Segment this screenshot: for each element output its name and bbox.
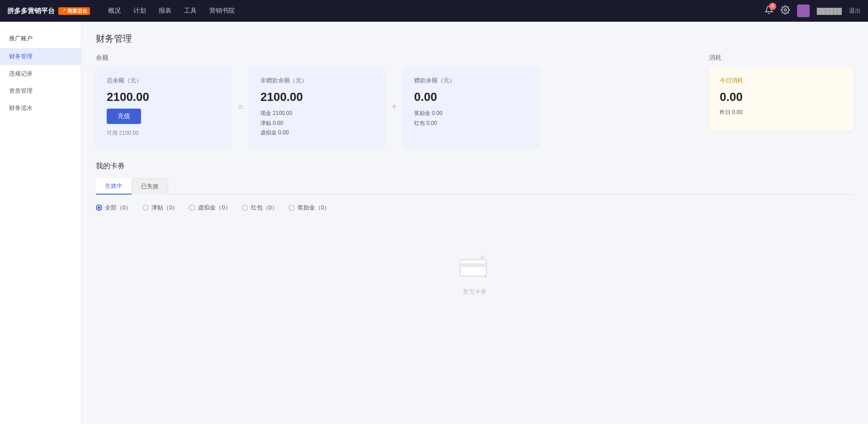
brand: 拼多多营销平台 ↗ 商家后台: [7, 7, 90, 15]
total-balance-amount: 2100.00: [107, 90, 221, 104]
sidebar: 推广账户 财务管理 违规记录 资质管理 财务流水: [0, 22, 81, 424]
empty-state: + + 暂无卡券: [96, 226, 854, 323]
cards-filter-group: 全部（0） 津贴（0） 虚拟金（0） 红包（0） 奖励金（0）: [96, 204, 854, 212]
tab-active-cards[interactable]: 生效中: [96, 178, 132, 195]
today-consumption-title: 今日消耗: [720, 76, 843, 85]
sidebar-item-finance-label: 财务管理: [9, 52, 33, 61]
sidebar-item-qualification[interactable]: 资质管理: [0, 82, 81, 100]
filter-bonus-label: 奖励金（0）: [297, 204, 330, 212]
gift-sub: 奖励金 0.00 红包 0.00: [414, 109, 528, 128]
merchant-tag-button[interactable]: ↗ 商家后台: [58, 7, 90, 15]
sidebar-section-title: 推广账户: [0, 31, 81, 48]
brand-name: 拼多多营销平台: [7, 7, 55, 15]
balance-consumption-row: 余额 总余额（元） 2100.00 充值 可用 2100.00 =: [96, 54, 854, 147]
page-title: 财务管理: [96, 33, 854, 45]
svg-rect-3: [460, 263, 486, 267]
today-consumption-amount: 0.00: [720, 90, 843, 104]
topnav-menu: 概况 计划 报表 工具 营销书院: [108, 5, 754, 17]
sidebar-item-violations[interactable]: 违规记录: [0, 65, 81, 82]
sidebar-item-qualification-label: 资质管理: [9, 87, 33, 95]
layout: 推广账户 财务管理 违规记录 资质管理 财务流水 财务管理 余额 总余额（元）: [0, 22, 868, 424]
topnav-right: 4 ██████ 退出: [764, 5, 861, 17]
filter-redpacket-label: 红包（0）: [251, 204, 278, 212]
consumption-card: 今日消耗 0.00 昨日 0.00: [709, 67, 854, 131]
filter-all-label: 全部（0）: [105, 204, 132, 212]
gift-title: 赠款余额（元）: [414, 76, 528, 85]
balance-cards-row: 总余额（元） 2100.00 充值 可用 2100.00 = 非: [96, 67, 694, 147]
radio-virtual-indicator: [189, 205, 195, 211]
filter-bonus[interactable]: 奖励金（0）: [288, 204, 330, 212]
logout-button[interactable]: 退出: [849, 7, 861, 15]
filter-all[interactable]: 全部（0）: [96, 204, 132, 212]
my-cards-title: 我的卡券: [96, 162, 854, 171]
empty-text: 暂无卡券: [463, 288, 486, 296]
filter-subsidy-label: 津贴（0）: [151, 204, 178, 212]
notification-icon[interactable]: 4: [764, 5, 774, 17]
username[interactable]: ██████: [817, 8, 842, 14]
menu-item-tools[interactable]: 工具: [184, 5, 197, 17]
non-gift-title: 非赠款余额（元）: [260, 76, 374, 85]
consumption-label: 消耗: [709, 54, 854, 62]
plus-operator: +: [385, 67, 403, 147]
total-balance-title: 总余额（元）: [107, 76, 221, 85]
filter-subsidy[interactable]: 津贴（0）: [142, 204, 178, 212]
total-avail: 可用 2100.00: [107, 129, 221, 137]
gift-amount: 0.00: [414, 90, 528, 104]
yesterday-consumption: 昨日 0.00: [720, 109, 843, 116]
balance-section: 余额 总余额（元） 2100.00 充值 可用 2100.00 =: [96, 54, 694, 147]
balance-label: 余额: [96, 54, 694, 62]
main-content: 财务管理 余额 总余额（元） 2100.00 充值 可用 2100.00: [81, 22, 868, 424]
gift-balance-card: 赠款余额（元） 0.00 奖励金 0.00 红包 0.00: [403, 67, 539, 147]
filter-virtual-label: 虚拟金（0）: [198, 204, 231, 212]
sidebar-item-finance[interactable]: 财务管理: [0, 48, 81, 65]
settings-icon[interactable]: [781, 5, 790, 17]
menu-item-overview[interactable]: 概况: [108, 5, 121, 17]
total-balance-card: 总余额（元） 2100.00 充值 可用 2100.00: [96, 67, 231, 147]
sidebar-item-transactions[interactable]: 财务流水: [0, 100, 81, 117]
non-gift-balance-card: 非赠款余额（元） 2100.00 现金 2100.00 津贴 0.00: [250, 67, 385, 147]
cards-tabs-bar: 生效中 已失效: [96, 178, 854, 195]
empty-card-icon: + +: [457, 253, 493, 282]
topnav: 拼多多营销平台 ↗ 商家后台 概况 计划 报表 工具 营销书院 4 ██████…: [0, 0, 868, 22]
menu-item-plan[interactable]: 计划: [133, 5, 146, 17]
my-cards-section: 我的卡券 生效中 已失效 全部（0） 津贴（0） 虚拟金（0）: [96, 162, 854, 323]
svg-point-0: [784, 9, 786, 11]
sidebar-item-transactions-label: 财务流水: [9, 104, 33, 112]
tab-expired-cards[interactable]: 已失效: [132, 178, 168, 195]
sidebar-item-violations-label: 违规记录: [9, 70, 33, 78]
equals-operator: =: [231, 67, 250, 147]
svg-rect-2: [460, 260, 486, 276]
radio-all-indicator: [96, 205, 102, 211]
filter-redpacket[interactable]: 红包（0）: [242, 204, 278, 212]
menu-item-academy[interactable]: 营销书院: [209, 5, 235, 17]
svg-text:+: +: [484, 274, 487, 280]
menu-item-report[interactable]: 报表: [159, 5, 171, 17]
non-gift-sub: 现金 2100.00 津贴 0.00 虚拟金 0.00: [260, 109, 374, 138]
radio-redpacket-indicator: [242, 205, 248, 211]
filter-virtual[interactable]: 虚拟金（0）: [189, 204, 231, 212]
consumption-section: 消耗 今日消耗 0.00 昨日 0.00: [709, 54, 854, 147]
notification-badge: 4: [769, 3, 776, 10]
radio-bonus-indicator: [288, 205, 295, 211]
non-gift-amount: 2100.00: [260, 90, 374, 104]
radio-subsidy-indicator: [142, 205, 149, 211]
recharge-button[interactable]: 充值: [107, 109, 141, 124]
avatar[interactable]: [797, 5, 810, 17]
